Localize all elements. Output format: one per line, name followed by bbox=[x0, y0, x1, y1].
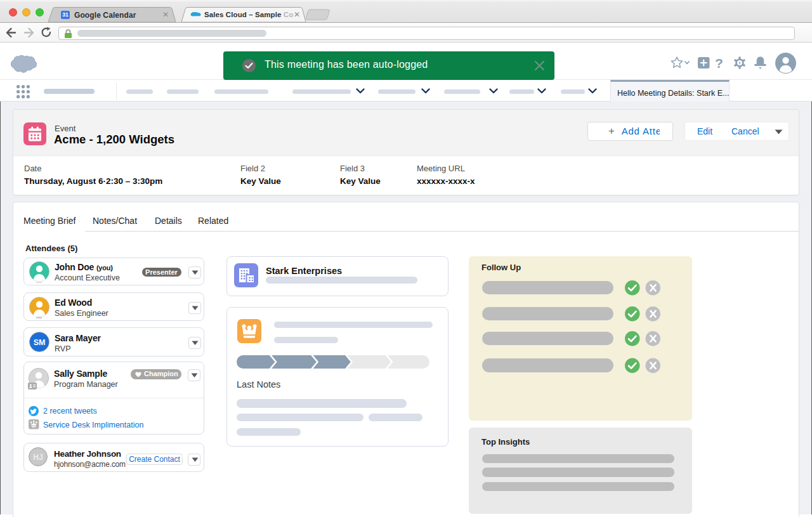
svg-text:HJ: HJ bbox=[33, 453, 43, 462]
svg-text:SM: SM bbox=[34, 338, 46, 347]
